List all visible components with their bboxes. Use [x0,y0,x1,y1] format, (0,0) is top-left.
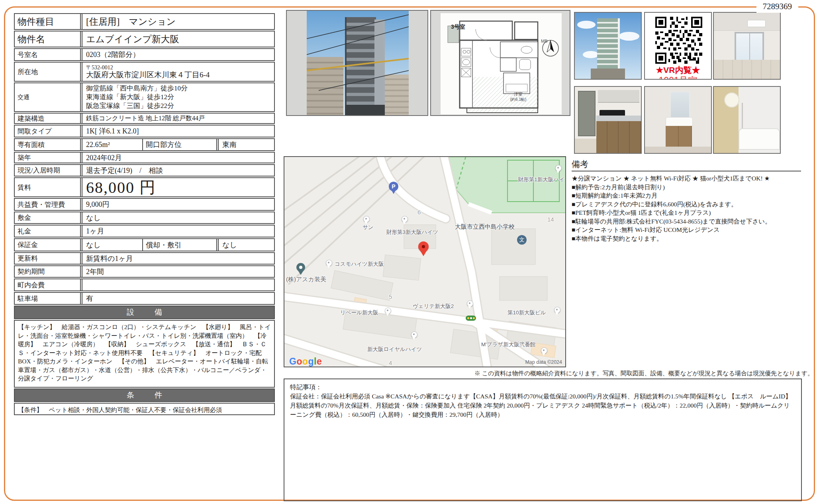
row-value: 1K[ 洋6.1 x K2.0] [82,126,274,137]
row-value: 東南 [218,139,274,150]
map-label: 新大阪ロイヤルハイツ [367,346,422,353]
photo-building-thumb [574,12,642,80]
row-label: 賃料 [15,178,81,196]
table-row: 所在地〒532-0012大阪府大阪市淀川区木川東４丁目6-4 [14,62,275,82]
table-row: 交通御堂筋線「西中島南方」徒歩10分東海道線「新大阪」徒歩12分阪急宝塚線「三国… [14,82,275,112]
table-row: 礼金1ヶ月 [14,225,275,237]
traffic-light-icon [466,316,476,321]
photo-room-interior [713,12,781,80]
row-value: 退去予定(4/19) / 相談 [82,165,274,176]
row-label: 築年 [15,153,81,163]
row-value: なし [82,212,274,223]
conditions-header: 条 件 [14,388,275,402]
table-row: 賃料68,000 円 [14,177,275,197]
photo-floorplan: 3号室 MB 洋室 (約6.1帖) [430,10,570,116]
map-pin [541,347,547,354]
row-value: 有 [82,293,274,304]
photo-qr-card: ★VR内覧★ 1001号室 [644,12,712,80]
map-label: (株)アスカ装美 [286,276,326,283]
row-value: 22.65m² [82,139,141,150]
table-row: 更新料新賃料の1ヶ月 [14,252,275,265]
table-row: 敷金なし [14,212,275,224]
map-label: ヴェリテ新大阪2 [413,303,454,310]
row-value: 〒532-0012大阪府大阪市淀川区木川東４丁目6-4 [82,63,274,81]
table-row: 現況/入居時期退去予定(4/19) / 相談 [14,164,275,176]
table-row: 間取タイプ1K[ 洋6.1 x K2.0] [14,125,275,137]
equipment-text: 【キッチン】 給湯器・ガスコンロ（2口）・システムキッチン 【水廻り】 風呂・ト… [14,320,275,388]
table-row: 専有面積22.65m²開口部方位東南 [14,138,275,151]
map-label: 財形第1新大阪ハイ [518,176,564,183]
special-notes-title: 特記事項： [290,382,795,392]
property-flyer: { "page": { "doc_number": "7289369", "di… [0,0,819,504]
photo-building-exterior [286,10,428,116]
remarks-line: ★分譲マンション ★ ネット無料 Wi-Fi対応 ★ 猫or小型犬1匹までOK!… [572,174,801,183]
map-label: M'プラザ新大阪弐番館 [481,341,535,348]
map-copyright: Map data ©2024 [525,359,562,365]
vr-tour-label: ★VR内覧★ [645,65,711,76]
table-row: 物件名エムブイインプ新大阪 [14,31,275,47]
table-row: 共益費・管理費9,000円 [14,198,275,211]
row-label: 現況/入居時期 [15,165,81,176]
row-label: 償却・敷引 [142,239,217,251]
remarks-line: ■解約予告:2カ月前(退去時日割り) [572,183,801,192]
parking-pin: P [389,182,398,191]
special-notes-body: 保証会社：保証会社利用必須 Casa ※CASAからの審査になります【CASA】… [290,392,795,419]
postal-code: 〒532-0012 [86,65,113,71]
row-value: 鉄筋コンクリート造 地上12階 総戸数44戸 [82,114,274,123]
school-icon: 文 [517,235,527,245]
map-block-number: 4 [389,359,392,366]
map-pin [326,260,332,266]
map-label: サン [362,224,374,231]
map-block-number: 5 [389,293,392,300]
row-value [82,279,274,290]
transit-line: 御堂筋線「西中島南方」徒歩10分 [86,84,188,93]
address: 大阪府大阪市淀川区木川東４丁目6-4 [86,71,210,79]
map-pin [385,308,391,314]
table-row: 築年2024年02月 [14,152,275,163]
table-row: 物件種目[住居用] マンション [14,13,275,30]
row-label: 共益費・管理費 [15,199,81,210]
transit-line: 阪急宝塚線「三国」徒歩22分 [86,102,174,110]
map-pin [411,331,417,338]
map-block-number: 6 [417,209,421,216]
map-pin [555,165,562,171]
table-row: 保証金なし償却・敷引なし [14,238,275,251]
row-label: 専有面積 [15,139,81,150]
table-row: 駐車場有 [14,292,275,305]
row-value: なし [218,239,274,251]
remarks-line: ■本物件は電子契約となります。 [572,234,801,243]
row-label: 町内会費 [15,279,81,290]
qr-code [655,17,702,64]
row-label: 契約期間 [15,266,81,277]
row-label: 号室名 [15,49,81,60]
map-label: 大阪市立西中島小学校 [455,223,515,231]
row-value: 2024年02月 [82,153,274,163]
map-pin [467,300,473,307]
location-map: P 文 財形第1新大阪ハイ 6 サン 財形第3新大阪ハイツ 大阪市立西中島小学校… [284,156,566,367]
floorplan-mb-label: MB [541,39,548,43]
vr-room-label: 1001号室 [645,75,711,80]
document-number: 7289369 [756,0,799,13]
building-photo-art [307,11,409,115]
row-label: 所在地 [15,63,81,81]
row-label: 開口部方位 [142,139,217,150]
map-block-number: 14 [547,216,554,223]
table-row: 号室名0203（2階部分） [14,48,275,61]
row-value: なし [82,239,141,251]
conditions-text: 【条件】 ペット相談・外国人契約可能・保証人不要・保証会社利用必須 [14,403,275,415]
row-label: 駐車場 [15,293,81,304]
photo-washbasin [644,86,712,154]
row-label: 敷金 [15,212,81,223]
row-label: 交通 [15,83,81,111]
table-row: 契約期間2年間 [14,265,275,278]
floorplan-room-size: (約6.1帖) [500,97,536,102]
row-label: 礼金 [15,226,81,237]
power-lines [307,11,409,115]
row-value: 9,000円 [82,199,274,210]
company-pin [296,263,305,272]
table-row: 建築構造鉄筋コンクリート造 地上12階 総戸数44戸 [14,113,275,124]
row-value: 2年間 [82,266,274,277]
remarks-line: ■PET飼育時:小型犬or猫 1匹まで(礼金1ヶ月プラス) [572,208,801,217]
photo-kitchen [574,86,642,154]
map-label: 第10新大阪ビル [507,309,546,316]
